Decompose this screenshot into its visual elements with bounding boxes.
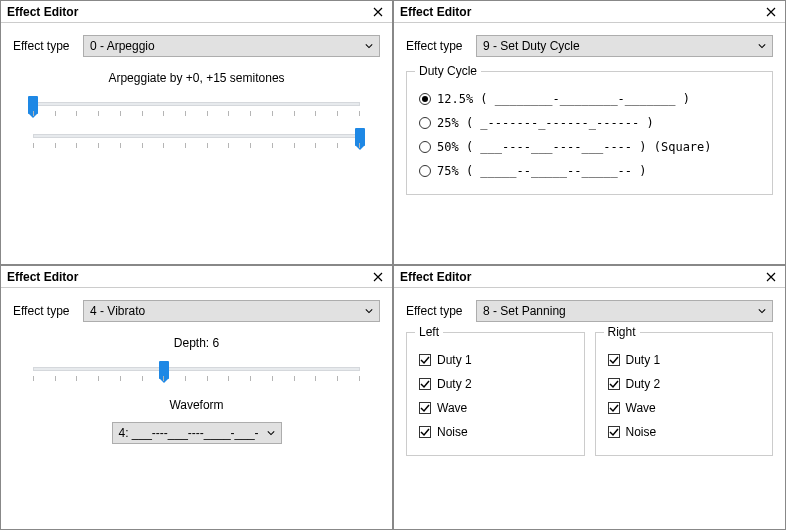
duty-option-label: 75% ( _____--_____--_____-- ) (437, 164, 647, 178)
checkbox-label: Wave (437, 401, 467, 415)
checkbox-icon (608, 426, 620, 438)
close-icon (766, 7, 776, 17)
panel-vibrato: Effect Editor Effect type 4 - Vibrato De… (0, 265, 393, 530)
checkbox-icon (419, 402, 431, 414)
duty-option-0[interactable]: 12.5% ( ________-________-_______ ) (419, 92, 760, 106)
effect-type-value: 9 - Set Duty Cycle (483, 39, 580, 53)
chevron-down-icon (267, 426, 275, 440)
checkbox-icon (419, 354, 431, 366)
close-button[interactable] (370, 269, 386, 285)
window-title: Effect Editor (7, 5, 78, 19)
vibrato-depth-slider[interactable] (33, 360, 360, 384)
arpeggio-description: Arpeggiate by +0, +15 semitones (13, 71, 380, 85)
duty-option-label: 50% ( ___----___----___---- ) (Square) (437, 140, 712, 154)
checkbox-label: Noise (626, 425, 657, 439)
arpeggio-slider-2[interactable] (33, 127, 360, 151)
panning-right-group: Right Duty 1Duty 2WaveNoise (595, 332, 774, 456)
chevron-down-icon (758, 39, 766, 53)
panning-right-duty-2[interactable]: Duty 2 (608, 377, 761, 391)
radio-icon (419, 141, 431, 153)
duty-cycle-group: Duty Cycle 12.5% ( ________-________-___… (406, 71, 773, 195)
waveform-select[interactable]: 4: ___----___----____-___- (112, 422, 282, 444)
close-button[interactable] (763, 269, 779, 285)
window-title: Effect Editor (400, 5, 471, 19)
group-legend: Duty Cycle (415, 64, 481, 78)
panning-left-group: Left Duty 1Duty 2WaveNoise (406, 332, 585, 456)
checkbox-label: Duty 2 (626, 377, 661, 391)
radio-icon (419, 165, 431, 177)
waveform-value: 4: ___----___----____-___- (119, 426, 259, 440)
titlebar: Effect Editor (394, 266, 785, 288)
panel-arpeggio: Effect Editor Effect type 0 - Arpeggio A… (0, 0, 393, 265)
checkbox-icon (608, 402, 620, 414)
effect-type-value: 4 - Vibrato (90, 304, 145, 318)
depth-label: Depth: 6 (13, 336, 380, 350)
checkbox-icon (608, 354, 620, 366)
window-title: Effect Editor (7, 270, 78, 284)
chevron-down-icon (758, 304, 766, 318)
close-button[interactable] (370, 4, 386, 20)
panning-right-noise[interactable]: Noise (608, 425, 761, 439)
close-button[interactable] (763, 4, 779, 20)
panel-panning: Effect Editor Effect type 8 - Set Pannin… (393, 265, 786, 530)
panning-left-noise[interactable]: Noise (419, 425, 572, 439)
waveform-label: Waveform (13, 398, 380, 412)
titlebar: Effect Editor (394, 1, 785, 23)
checkbox-label: Duty 1 (626, 353, 661, 367)
radio-icon (419, 93, 431, 105)
checkbox-label: Noise (437, 425, 468, 439)
panning-right-wave[interactable]: Wave (608, 401, 761, 415)
panning-left-duty-1[interactable]: Duty 1 (419, 353, 572, 367)
effect-type-label: Effect type (406, 304, 476, 318)
duty-option-label: 12.5% ( ________-________-_______ ) (437, 92, 690, 106)
checkbox-icon (419, 378, 431, 390)
checkbox-icon (608, 378, 620, 390)
checkbox-label: Duty 2 (437, 377, 472, 391)
effect-type-value: 8 - Set Panning (483, 304, 566, 318)
group-legend-right: Right (604, 325, 640, 339)
effect-type-select[interactable]: 8 - Set Panning (476, 300, 773, 322)
checkbox-label: Duty 1 (437, 353, 472, 367)
close-icon (373, 272, 383, 282)
duty-option-label: 25% ( _-------_------_------ ) (437, 116, 654, 130)
checkbox-label: Wave (626, 401, 656, 415)
close-icon (373, 7, 383, 17)
effect-type-label: Effect type (13, 39, 83, 53)
arpeggio-slider-1[interactable] (33, 95, 360, 119)
checkbox-icon (419, 426, 431, 438)
effect-type-label: Effect type (13, 304, 83, 318)
chevron-down-icon (365, 304, 373, 318)
radio-icon (419, 117, 431, 129)
titlebar: Effect Editor (1, 1, 392, 23)
effect-type-select[interactable]: 4 - Vibrato (83, 300, 380, 322)
window-title: Effect Editor (400, 270, 471, 284)
duty-option-2[interactable]: 50% ( ___----___----___---- ) (Square) (419, 140, 760, 154)
panning-left-duty-2[interactable]: Duty 2 (419, 377, 572, 391)
group-legend-left: Left (415, 325, 443, 339)
effect-type-select[interactable]: 9 - Set Duty Cycle (476, 35, 773, 57)
panning-left-wave[interactable]: Wave (419, 401, 572, 415)
panel-duty-cycle: Effect Editor Effect type 9 - Set Duty C… (393, 0, 786, 265)
effect-type-label: Effect type (406, 39, 476, 53)
duty-option-3[interactable]: 75% ( _____--_____--_____-- ) (419, 164, 760, 178)
panning-right-duty-1[interactable]: Duty 1 (608, 353, 761, 367)
close-icon (766, 272, 776, 282)
titlebar: Effect Editor (1, 266, 392, 288)
duty-option-1[interactable]: 25% ( _-------_------_------ ) (419, 116, 760, 130)
effect-type-select[interactable]: 0 - Arpeggio (83, 35, 380, 57)
chevron-down-icon (365, 39, 373, 53)
effect-type-value: 0 - Arpeggio (90, 39, 155, 53)
